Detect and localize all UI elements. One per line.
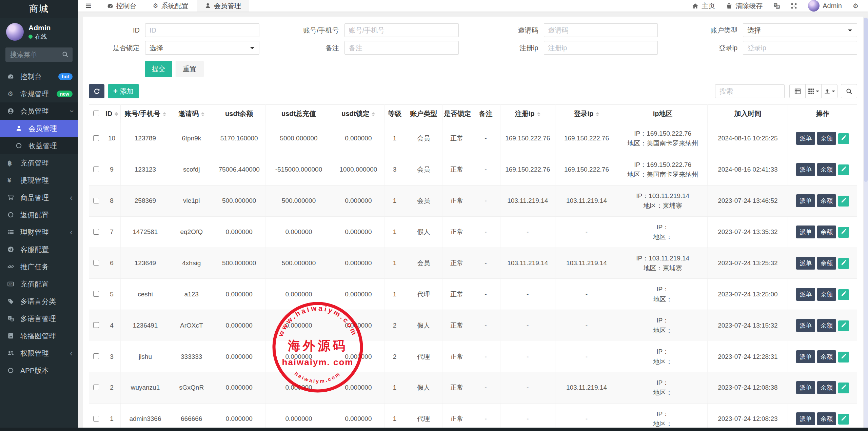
sidebar-item-banner[interactable]: 轮播图管理 xyxy=(0,327,78,345)
dispatch-button[interactable]: 派单 xyxy=(796,194,815,207)
cell-account_type: 代理 xyxy=(405,341,442,372)
row-checkbox[interactable] xyxy=(93,353,99,359)
balance-button[interactable]: 余额 xyxy=(817,288,836,301)
hamburger-icon[interactable]: ≡ xyxy=(78,0,99,12)
refresh-button[interactable] xyxy=(89,84,104,98)
sidebar-item-goods[interactable]: 商品管理‹ xyxy=(0,189,78,206)
remark-input[interactable] xyxy=(344,41,459,55)
settings-button[interactable]: ⚙ xyxy=(853,2,859,10)
row-checkbox[interactable] xyxy=(93,198,99,203)
lock-status-select[interactable]: 选择 xyxy=(145,41,259,55)
clear-cache-button[interactable]: 清除缓存 xyxy=(726,1,763,11)
edit-button[interactable] xyxy=(838,414,849,425)
tab-member-manage[interactable]: 会员管理 xyxy=(197,0,249,12)
tab-system-config[interactable]: ⚙系统配置 xyxy=(145,0,197,12)
edit-button[interactable] xyxy=(838,133,849,144)
col-header-invite[interactable]: 邀请码 xyxy=(170,105,213,123)
dispatch-button[interactable]: 派单 xyxy=(796,163,815,176)
row-checkbox[interactable] xyxy=(93,166,99,172)
dispatch-button[interactable]: 派单 xyxy=(796,132,815,145)
dispatch-button[interactable]: 派单 xyxy=(796,288,815,301)
sidebar-item-service[interactable]: 客服配置 xyxy=(0,241,78,258)
balance-button[interactable]: 余额 xyxy=(817,163,836,176)
dispatch-button[interactable]: 派单 xyxy=(796,350,815,363)
dispatch-button[interactable]: 派单 xyxy=(796,257,815,270)
account-input[interactable] xyxy=(344,23,459,37)
dispatch-button[interactable]: 派单 xyxy=(796,226,815,238)
sidebar-subitem-earnings[interactable]: 收益管理 xyxy=(0,137,78,154)
table-search-input[interactable] xyxy=(715,84,785,98)
edit-button[interactable] xyxy=(838,352,849,363)
user-menu[interactable]: Admin xyxy=(808,0,842,12)
sidebar-item-member-group[interactable]: 会员管理‹ xyxy=(0,102,78,120)
select-all-checkbox[interactable] xyxy=(93,111,99,116)
sidebar-item-promo[interactable]: 推广任务 xyxy=(0,258,78,275)
sidebar-item-lang-manage[interactable]: 文A多语言管理 xyxy=(0,310,78,327)
fullscreen-button[interactable] xyxy=(791,3,797,9)
row-checkbox[interactable] xyxy=(93,135,99,141)
columns-button[interactable] xyxy=(805,84,822,98)
balance-button[interactable]: 余额 xyxy=(817,350,836,363)
row-checkbox[interactable] xyxy=(93,385,99,390)
cell-login_ip: - xyxy=(555,216,618,248)
sidebar-item-rebate[interactable]: 返佣配置 xyxy=(0,206,78,223)
row-checkbox[interactable] xyxy=(93,322,99,328)
toggle-view-button[interactable] xyxy=(789,84,806,98)
invite-code-input[interactable] xyxy=(544,23,658,37)
scrollbar[interactable] xyxy=(864,18,868,428)
id-input[interactable] xyxy=(145,23,259,37)
add-button[interactable]: + 添加 xyxy=(108,84,139,98)
sidebar-item-recharge-config[interactable]: CC充值配置 xyxy=(0,275,78,293)
row-checkbox[interactable] xyxy=(93,229,99,235)
edit-button[interactable] xyxy=(838,289,849,300)
home-button[interactable]: 主页 xyxy=(692,1,715,11)
sidebar-item-general[interactable]: ⚙常规管理new xyxy=(0,85,78,102)
balance-button[interactable]: 余额 xyxy=(817,194,836,207)
search-button[interactable] xyxy=(841,84,857,98)
col-header-id[interactable]: ID xyxy=(103,105,121,123)
sidebar-subitem-member-list[interactable]: 会员管理 xyxy=(0,120,78,137)
filter-field-account-type: 账户类型选择 xyxy=(687,23,857,37)
sidebar-item-app-version[interactable]: APP版本 xyxy=(0,362,78,379)
sidebar-item-recharge[interactable]: ฿充值管理 xyxy=(0,154,78,172)
col-header-account[interactable]: 账号/手机号 xyxy=(121,105,170,123)
edit-button[interactable] xyxy=(838,164,849,175)
dispatch-button[interactable]: 派单 xyxy=(796,319,815,332)
balance-button[interactable]: 余额 xyxy=(817,319,836,332)
reset-button[interactable]: 重置 xyxy=(176,61,203,77)
dispatch-button[interactable]: 派单 xyxy=(796,381,815,394)
dispatch-button[interactable]: 派单 xyxy=(796,412,815,425)
edit-button[interactable] xyxy=(838,227,849,238)
col-header-login_ip[interactable]: 登录ip xyxy=(555,105,618,123)
reg-ip-input[interactable] xyxy=(544,41,658,55)
account-type-select[interactable]: 选择 xyxy=(743,23,857,37)
tab-dashboard[interactable]: 控制台 xyxy=(99,0,145,12)
row-checkbox[interactable] xyxy=(93,260,99,266)
edit-button[interactable] xyxy=(838,258,849,269)
balance-button[interactable]: 余额 xyxy=(817,412,836,425)
balance-button[interactable]: 余额 xyxy=(817,132,836,145)
row-checkbox[interactable] xyxy=(93,291,99,297)
col-header-reg_ip[interactable]: 注册ip xyxy=(500,105,555,123)
export-button[interactable] xyxy=(821,84,837,98)
cell-account: wuyanzu1 xyxy=(121,372,170,404)
login-ip-input[interactable] xyxy=(743,41,857,55)
translate-button[interactable]: 文A xyxy=(773,3,780,9)
submit-button[interactable]: 提交 xyxy=(145,61,172,77)
sidebar-item-dashboard[interactable]: 控制台hot xyxy=(0,68,78,85)
col-header-usdt_locked[interactable]: usdt锁定 xyxy=(332,105,384,123)
balance-button[interactable]: 余额 xyxy=(817,381,836,394)
edit-button[interactable] xyxy=(838,320,849,331)
scrollbar-thumb[interactable] xyxy=(864,18,868,182)
topbar-tabs: 控制台⚙系统配置会员管理 xyxy=(99,0,249,12)
balance-button[interactable]: 余额 xyxy=(817,226,836,238)
edit-button[interactable] xyxy=(838,196,849,207)
sort-icon xyxy=(372,111,375,118)
sidebar-item-wealth[interactable]: 理财管理‹ xyxy=(0,223,78,241)
sidebar-item-lang-category[interactable]: 多语言分类 xyxy=(0,293,78,310)
edit-button[interactable] xyxy=(838,383,849,393)
row-checkbox[interactable] xyxy=(93,416,99,422)
sidebar-item-withdraw[interactable]: ¥提现管理 xyxy=(0,172,78,189)
balance-button[interactable]: 余额 xyxy=(817,257,836,270)
sidebar-item-permission[interactable]: 权限管理‹ xyxy=(0,345,78,362)
